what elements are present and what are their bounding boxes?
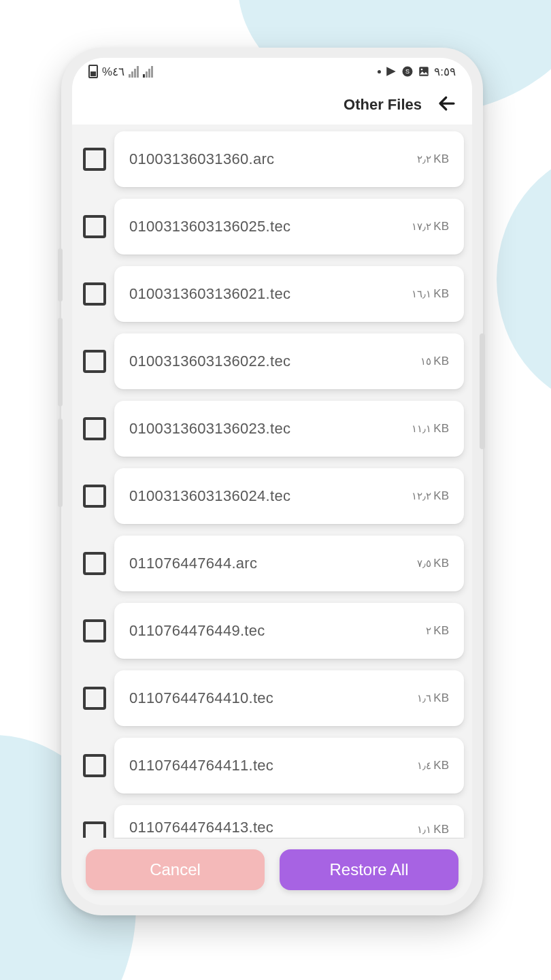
signal-icon [129, 65, 139, 78]
file-checkbox[interactable] [83, 350, 106, 373]
file-row: 01107644764410.tec١٫٦ KB [83, 670, 464, 726]
file-size: ١٢٫٢ KB [412, 489, 449, 503]
file-row: 011076447644.arc٧٫٥ KB [83, 536, 464, 591]
file-name: 0100313603136021.tec [129, 285, 290, 303]
file-size: ١٧٫٢ KB [412, 220, 449, 233]
file-checkbox[interactable] [83, 754, 106, 777]
file-card[interactable]: 01107644764410.tec١٫٦ KB [114, 670, 464, 726]
cancel-button[interactable]: Cancel [86, 849, 265, 890]
file-row: 01107644764411.tec١٫٤ KB [83, 738, 464, 794]
file-card[interactable]: 011076447644.arc٧٫٥ KB [114, 536, 464, 591]
file-card[interactable]: 0100313603136021.tec١٦٫١ KB [114, 266, 464, 322]
svg-point-3 [421, 69, 423, 71]
file-checkbox[interactable] [83, 485, 106, 508]
file-size: ٧٫٥ KB [417, 557, 449, 570]
file-card[interactable]: 01107644764413.tec١٫١ KB [114, 805, 464, 838]
file-name: 0100313603136024.tec [129, 487, 290, 505]
circle-s-icon: S [401, 65, 414, 78]
file-name: 0100313603136025.tec [129, 218, 290, 235]
phone-button-side [480, 333, 485, 449]
file-card[interactable]: 0100313603136025.tec١٧٫٢ KB [114, 199, 464, 255]
back-arrow-icon[interactable] [437, 93, 457, 116]
file-row: 0100313603136025.tec١٧٫٢ KB [83, 199, 464, 255]
file-name: 011076447644.arc [129, 555, 257, 572]
file-card[interactable]: 0100313603136022.tec١٥ KB [114, 333, 464, 389]
file-card[interactable]: 0100313603136024.tec١٢٫٢ KB [114, 468, 464, 524]
image-icon [418, 65, 430, 78]
file-row: 0100313603136021.tec١٦٫١ KB [83, 266, 464, 322]
status-bar: %٤٦ S ٩:٥٩ [72, 58, 472, 85]
file-row: 0100313603136023.tec١١٫١ KB [83, 401, 464, 457]
svg-text:S: S [405, 68, 410, 75]
button-bar: Cancel Restore All [72, 838, 472, 905]
file-checkbox[interactable] [83, 148, 106, 171]
file-checkbox[interactable] [83, 619, 106, 642]
file-size: ١٫١ KB [417, 823, 449, 836]
file-checkbox[interactable] [83, 215, 106, 238]
file-name: 01003136031360.arc [129, 150, 274, 168]
file-name: 0110764476449.tec [129, 622, 265, 640]
app-bar: Other Files [72, 85, 472, 125]
file-checkbox[interactable] [83, 282, 106, 306]
file-card[interactable]: 0110764476449.tec٢ KB [114, 603, 464, 659]
battery-icon [88, 65, 98, 78]
file-size: ١٦٫١ KB [412, 287, 449, 301]
file-row: 01003136031360.arc٢٫٢ KB [83, 131, 464, 187]
file-card[interactable]: 01003136031360.arc٢٫٢ KB [114, 131, 464, 187]
file-size: ٢٫٢ KB [417, 152, 449, 166]
battery-text: %٤٦ [102, 65, 124, 79]
file-checkbox[interactable] [83, 821, 106, 838]
page-title: Other Files [344, 96, 422, 114]
file-row: 0110764476449.tec٢ KB [83, 603, 464, 659]
play-icon [385, 65, 397, 78]
signal-icon [143, 65, 153, 78]
status-dot-icon [378, 70, 381, 74]
file-name: 0100313603136022.tec [129, 353, 290, 370]
file-row: 0100313603136024.tec١٢٫٢ KB [83, 468, 464, 524]
phone-button-side [58, 419, 63, 507]
background-blob [497, 150, 551, 408]
file-list: 01003136031360.arc٢٫٢ KB0100313603136025… [72, 125, 472, 838]
file-name: 01107644764413.tec [129, 819, 273, 836]
file-checkbox[interactable] [83, 552, 106, 575]
file-size: ١٥ KB [420, 355, 449, 368]
phone-screen: %٤٦ S ٩:٥٩ [72, 58, 472, 905]
file-checkbox[interactable] [83, 687, 106, 710]
svg-rect-2 [420, 67, 429, 76]
file-checkbox[interactable] [83, 417, 106, 440]
phone-button-side [58, 248, 63, 301]
file-name: 0100313603136023.tec [129, 420, 290, 438]
file-size: ١٫٤ KB [417, 759, 449, 772]
file-row: 01107644764413.tec١٫١ KB [83, 805, 464, 838]
phone-button-side [58, 318, 63, 406]
file-name: 01107644764411.tec [129, 757, 273, 774]
file-size: ١٫٦ KB [417, 691, 449, 705]
file-row: 0100313603136022.tec١٥ KB [83, 333, 464, 389]
phone-frame: %٤٦ S ٩:٥٩ [61, 48, 483, 915]
file-size: ٢ KB [426, 624, 449, 638]
file-card[interactable]: 0100313603136023.tec١١٫١ KB [114, 401, 464, 457]
restore-all-button[interactable]: Restore All [280, 849, 458, 890]
status-clock: ٩:٥٩ [434, 65, 456, 79]
file-card[interactable]: 01107644764411.tec١٫٤ KB [114, 738, 464, 794]
file-size: ١١٫١ KB [412, 422, 449, 436]
file-name: 01107644764410.tec [129, 689, 273, 707]
